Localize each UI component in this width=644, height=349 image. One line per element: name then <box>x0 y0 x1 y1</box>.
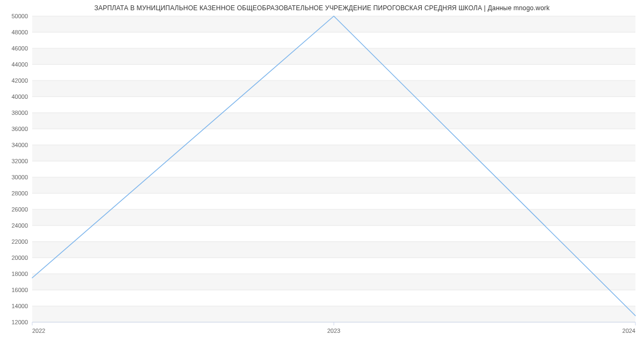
svg-text:20000: 20000 <box>11 255 28 261</box>
svg-text:48000: 48000 <box>11 29 28 35</box>
svg-rect-5 <box>32 145 635 161</box>
chart-container: ЗАРПЛАТА В МУНИЦИПАЛЬНОЕ КАЗЕННОЕ ОБЩЕОБ… <box>0 0 644 349</box>
svg-text:2023: 2023 <box>327 328 340 334</box>
svg-text:34000: 34000 <box>11 142 28 148</box>
svg-text:40000: 40000 <box>11 93 28 100</box>
svg-text:12000: 12000 <box>11 319 28 325</box>
svg-rect-4 <box>32 177 635 193</box>
svg-text:36000: 36000 <box>11 126 28 132</box>
svg-text:50000: 50000 <box>11 13 28 19</box>
svg-text:2024: 2024 <box>623 328 635 334</box>
plot-area: 1200014000160001800020000220002400026000… <box>32 16 639 322</box>
svg-rect-9 <box>32 16 635 32</box>
svg-rect-7 <box>32 81 635 97</box>
svg-text:46000: 46000 <box>11 45 28 52</box>
svg-text:2022: 2022 <box>32 328 45 334</box>
svg-rect-8 <box>32 48 635 64</box>
svg-text:30000: 30000 <box>11 174 28 180</box>
svg-text:32000: 32000 <box>11 158 28 164</box>
chart-title: ЗАРПЛАТА В МУНИЦИПАЛЬНОЕ КАЗЕННОЕ ОБЩЕОБ… <box>0 4 644 12</box>
svg-rect-3 <box>32 209 635 226</box>
svg-text:16000: 16000 <box>11 287 28 293</box>
svg-text:14000: 14000 <box>11 303 28 309</box>
svg-text:28000: 28000 <box>11 190 28 197</box>
svg-rect-6 <box>32 113 635 129</box>
svg-rect-1 <box>32 274 635 290</box>
svg-text:18000: 18000 <box>11 271 28 277</box>
y-ticks: 1200014000160001800020000220002400026000… <box>11 13 28 325</box>
svg-text:44000: 44000 <box>11 61 28 68</box>
grid <box>32 16 635 322</box>
svg-text:26000: 26000 <box>11 206 28 213</box>
svg-rect-2 <box>32 242 635 258</box>
svg-text:24000: 24000 <box>11 222 28 229</box>
svg-text:42000: 42000 <box>11 77 28 84</box>
svg-rect-0 <box>32 306 635 322</box>
x-ticks: 202220232024 <box>32 322 635 334</box>
svg-text:22000: 22000 <box>11 238 28 245</box>
chart-svg: 1200014000160001800020000220002400026000… <box>32 16 639 338</box>
svg-text:38000: 38000 <box>11 110 28 116</box>
